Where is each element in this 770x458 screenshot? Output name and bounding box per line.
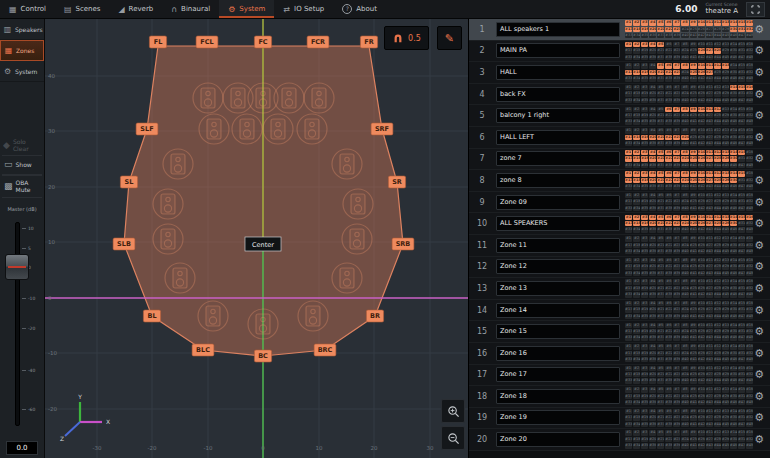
speaker-chip[interactable]: #41	[690, 227, 697, 232]
speaker-chip[interactable]: #2	[633, 215, 640, 220]
speaker-chip[interactable]: #11	[706, 150, 713, 155]
speaker-chip[interactable]: #7	[673, 258, 680, 263]
speaker-chip[interactable]: #8	[681, 42, 688, 47]
speaker-chip[interactable]: #23	[673, 243, 680, 248]
speaker-chip[interactable]: #7	[673, 42, 680, 47]
speaker-chip[interactable]: #17	[625, 91, 632, 96]
speaker-chip[interactable]: #4	[649, 279, 656, 284]
speaker-chip[interactable]: #29	[722, 415, 729, 420]
speaker-chip[interactable]: #47	[738, 33, 745, 38]
speaker-chip[interactable]: #7	[673, 344, 680, 349]
speaker-chip[interactable]: #45	[722, 98, 729, 103]
speaker-chip[interactable]: #35	[641, 119, 648, 124]
speaker-chip[interactable]: #8	[681, 409, 688, 414]
speaker-chip[interactable]: #17	[625, 307, 632, 312]
speaker-chip[interactable]: #3	[641, 107, 648, 112]
speaker-chip[interactable]: #11	[706, 258, 713, 263]
speaker-chip[interactable]: #16	[746, 366, 753, 371]
speaker-chip[interactable]: #24	[681, 264, 688, 269]
speaker-chip[interactable]: #14	[730, 107, 737, 112]
speaker-chip[interactable]: #47	[738, 119, 745, 124]
speaker-chip[interactable]: #44	[714, 271, 721, 276]
speaker-chip[interactable]: #19	[641, 178, 648, 183]
speaker-chip[interactable]: #36	[649, 400, 656, 405]
speaker-chip[interactable]: #29	[722, 27, 729, 32]
speaker-chip[interactable]: #47	[738, 76, 745, 81]
speaker-chip[interactable]: #33	[625, 422, 632, 427]
speaker-chip[interactable]: #46	[730, 422, 737, 427]
speaker-chip[interactable]: #22	[665, 286, 672, 291]
zone-settings-gear[interactable]: ⚙	[754, 348, 764, 359]
speaker-chip[interactable]: #34	[633, 400, 640, 405]
speaker-chip[interactable]: #11	[706, 215, 713, 220]
speaker-chip[interactable]: #47	[738, 141, 745, 146]
speaker-chip[interactable]: #35	[641, 163, 648, 168]
speaker-chip[interactable]: #14	[730, 85, 737, 90]
speaker-chip[interactable]: #48	[746, 76, 753, 81]
zone-name-input[interactable]: HALL LEFT	[496, 130, 620, 145]
speaker-chip[interactable]: #19	[641, 264, 648, 269]
speaker-chip[interactable]: #1	[625, 171, 632, 176]
speaker-chip[interactable]: #40	[681, 292, 688, 297]
speaker-chip[interactable]: #24	[681, 329, 688, 334]
speaker-chip[interactable]: #34	[633, 98, 640, 103]
speaker-chip[interactable]: #24	[681, 415, 688, 420]
speaker-chip[interactable]: #12	[714, 366, 721, 371]
speaker-chip[interactable]: #12	[714, 215, 721, 220]
speaker-chip[interactable]: #22	[665, 156, 672, 161]
speaker-chip[interactable]: #42	[698, 271, 705, 276]
speaker-chip[interactable]: #12	[714, 236, 721, 241]
speaker-label-bl[interactable]: BL	[143, 310, 160, 322]
speaker-chip[interactable]: #24	[681, 70, 688, 75]
speaker-chip[interactable]: #19	[641, 135, 648, 140]
speaker-chip[interactable]: #48	[746, 119, 753, 124]
speaker-chip[interactable]: #6	[665, 171, 672, 176]
speaker-chip[interactable]: #26	[698, 243, 705, 248]
speaker-chip[interactable]: #9	[690, 279, 697, 284]
speaker-chip[interactable]: #25	[690, 243, 697, 248]
speaker-chip[interactable]: #20	[649, 372, 656, 377]
speaker-chip[interactable]: #31	[738, 178, 745, 183]
speaker-chip[interactable]: #22	[665, 221, 672, 226]
speaker-chip[interactable]: #6	[665, 128, 672, 133]
speaker-chip[interactable]: #2	[633, 430, 640, 435]
speaker-chip[interactable]: #47	[738, 98, 745, 103]
speaker-chip[interactable]: #13	[722, 387, 729, 392]
speaker-chip[interactable]: #40	[681, 55, 688, 60]
speaker-chip[interactable]: #10	[698, 323, 705, 328]
speaker-chip[interactable]: #12	[714, 409, 721, 414]
speaker-chip[interactable]: #11	[706, 20, 713, 25]
speaker-chip[interactable]: #25	[690, 437, 697, 442]
speaker-chip[interactable]: #26	[698, 264, 705, 269]
speaker-chip[interactable]: #2	[633, 42, 640, 47]
speaker-chip[interactable]: #43	[706, 206, 713, 211]
speaker-chip[interactable]: #35	[641, 314, 648, 319]
speaker-chip[interactable]: #16	[746, 236, 753, 241]
speaker-chip[interactable]: #4	[649, 107, 656, 112]
speaker-chip[interactable]: #48	[746, 443, 753, 448]
speaker-chip[interactable]: #16	[746, 409, 753, 414]
speaker-chip[interactable]: #24	[681, 372, 688, 377]
speaker-chip[interactable]: #26	[698, 135, 705, 140]
speaker-chip[interactable]: #6	[665, 387, 672, 392]
speaker-chip[interactable]: #6	[665, 323, 672, 328]
zone-row[interactable]: 14Zone 14#1#2#3#4#5#6#7#8#9#10#11#12#13#…	[469, 300, 770, 322]
speaker-chip[interactable]: #2	[633, 107, 640, 112]
speaker-chip[interactable]: #24	[681, 156, 688, 161]
speaker-chip[interactable]: #1	[625, 323, 632, 328]
speaker-chip[interactable]: #43	[706, 184, 713, 189]
speaker-chip[interactable]: #35	[641, 357, 648, 362]
speaker-chip[interactable]: #11	[706, 236, 713, 241]
speaker-chip[interactable]: #19	[641, 27, 648, 32]
speaker-chip[interactable]: #22	[665, 351, 672, 356]
speaker-chip[interactable]: #9	[690, 107, 697, 112]
speaker-chip[interactable]: #19	[641, 91, 648, 96]
speaker-chip[interactable]: #32	[746, 307, 753, 312]
speaker-chip[interactable]: #28	[714, 286, 721, 291]
speaker-chip[interactable]: #20	[649, 264, 656, 269]
speaker-chip[interactable]: #40	[681, 314, 688, 319]
speaker-chip[interactable]: #12	[714, 279, 721, 284]
speaker-chip[interactable]: #10	[698, 63, 705, 68]
speaker-chip[interactable]: #20	[649, 70, 656, 75]
speaker-chip[interactable]: #8	[681, 236, 688, 241]
